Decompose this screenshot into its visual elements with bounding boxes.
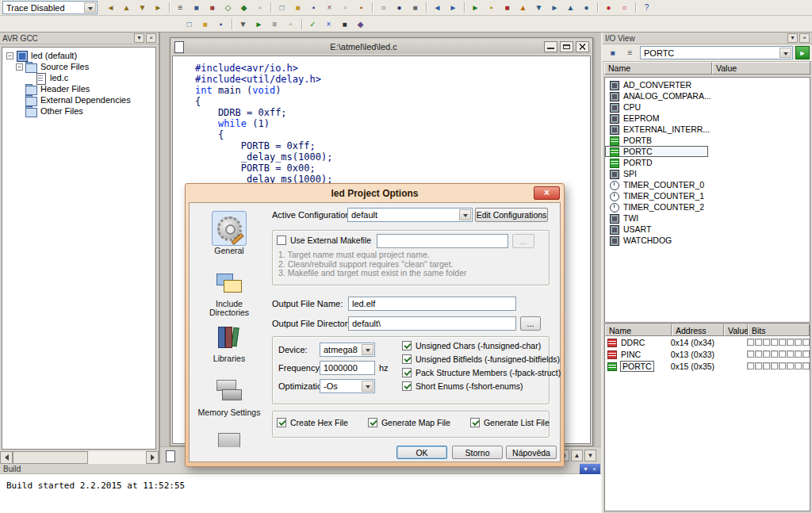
toolbar-icon[interactable] — [633, 1, 638, 14]
pane-close-icon[interactable]: × — [799, 33, 810, 43]
bit-checkbox[interactable] — [755, 350, 762, 358]
bit-checkbox[interactable] — [763, 350, 770, 358]
bit-checkbox[interactable] — [795, 350, 802, 358]
close-icon[interactable]: × — [534, 186, 560, 200]
column-value[interactable]: Value — [724, 324, 748, 336]
display-options-icon[interactable]: ≡ — [622, 46, 638, 59]
paste-icon[interactable]: ▪ — [354, 1, 369, 14]
toolbar-icon[interactable] — [229, 17, 235, 31]
trace-last-icon[interactable]: ► — [151, 1, 166, 14]
scroll-up-icon[interactable]: ▲ — [571, 450, 583, 461]
document-icon[interactable] — [165, 450, 174, 461]
io-tree-item[interactable]: SPI — [605, 168, 810, 179]
io-tree-item[interactable]: PORTD — [605, 157, 810, 168]
memory-window-icon[interactable]: ■ — [189, 1, 204, 14]
frequency-input[interactable]: 1000000 — [320, 361, 375, 375]
build-and-run-icon[interactable]: ► — [251, 17, 266, 31]
editor-titlebar[interactable]: E:\atmel\led\led.c — [172, 40, 591, 54]
project-tree-item[interactable]: Header Files — [5, 83, 155, 94]
help-icon[interactable]: ? — [639, 1, 654, 14]
disassembly-window-icon[interactable]: ≡ — [173, 1, 188, 14]
bit-checkbox[interactable] — [771, 339, 778, 346]
browse-makefile-button[interactable]: ... — [512, 234, 534, 248]
trace-next-icon[interactable]: ▼ — [135, 1, 150, 14]
scroll-left-icon[interactable] — [0, 451, 13, 464]
io-tree-item[interactable]: CPU — [605, 101, 810, 113]
bit-checkbox[interactable] — [802, 339, 810, 346]
bit-checkbox[interactable] — [779, 350, 786, 358]
compiler-flag-checkbox[interactable]: Short Enums (-fshort-enums) — [402, 381, 561, 391]
io-tree-item[interactable]: EEPROM — [605, 113, 810, 124]
dialog-titlebar[interactable]: led Project Options × — [189, 184, 561, 202]
debug-platform-icon[interactable]: ◆ — [353, 17, 368, 31]
stop-icon[interactable]: ■ — [500, 1, 515, 14]
bit-checkbox[interactable] — [795, 362, 802, 369]
copy-icon[interactable]: ▫ — [338, 1, 353, 14]
column-bits[interactable]: Bits — [748, 324, 810, 336]
close-button[interactable] — [576, 41, 589, 52]
step-out-icon[interactable]: ▲ — [563, 1, 578, 14]
compiler-flag-checkbox[interactable]: Pack Structure Members (-fpack-struct) — [402, 368, 561, 377]
avr-programmer-icon[interactable]: ■ — [337, 17, 352, 31]
column-name[interactable]: Name — [604, 62, 712, 75]
step-into-icon[interactable]: ▼ — [531, 1, 546, 14]
trace-mode-select[interactable]: Trace Disabled — [2, 1, 98, 14]
bit-checkbox[interactable] — [747, 339, 754, 346]
edit-configurations-button[interactable]: Edit Configurations — [475, 208, 548, 222]
undo-icon[interactable]: ◄ — [430, 1, 445, 14]
toolbar-icon[interactable] — [595, 1, 600, 14]
project-open-icon[interactable]: ■ — [197, 17, 213, 31]
project-save-icon[interactable]: ▪ — [213, 17, 228, 31]
toggle-breakpoint-icon[interactable]: ● — [601, 1, 616, 14]
compiler-flag-checkbox[interactable]: Unsigned Chars (-funsigned-char) — [402, 341, 561, 350]
help-button[interactable]: Nápověda — [506, 446, 557, 459]
go-icon[interactable]: ► — [795, 46, 810, 59]
bit-checkbox[interactable] — [787, 362, 794, 369]
pane-close-icon[interactable]: × — [591, 465, 598, 474]
compile-icon[interactable]: ✓ — [305, 17, 320, 31]
checkbox-icon[interactable] — [470, 418, 480, 427]
clean-icon[interactable]: ▫ — [283, 17, 298, 31]
bit-checkbox[interactable] — [763, 362, 770, 369]
chevron-down-icon[interactable] — [459, 209, 471, 220]
message-window-icon[interactable]: ▫ — [252, 1, 267, 14]
bit-checkbox[interactable] — [795, 339, 802, 346]
io-tree-item[interactable]: EXTERNAL_INTERR... — [605, 124, 810, 135]
dialog-category[interactable]: Include Directories — [196, 263, 262, 317]
pane-menu-icon[interactable]: ▾ — [582, 465, 589, 474]
project-tree-item[interactable]: External Dependencies — [5, 94, 155, 105]
device-select-icon[interactable]: ■ — [605, 46, 620, 59]
toolbar-icon[interactable] — [370, 1, 375, 14]
dialog-category[interactable]: Libraries — [196, 317, 262, 371]
bit-checkbox[interactable] — [755, 362, 762, 369]
new-file-icon[interactable]: □ — [274, 1, 289, 14]
toolbar-icon[interactable] — [462, 1, 467, 14]
register-window-icon[interactable]: ■ — [205, 1, 220, 14]
bit-checkbox[interactable] — [779, 362, 786, 369]
tree-expander-icon[interactable]: − — [6, 52, 13, 59]
use-external-makefile-checkbox[interactable]: Use External Makefile — [277, 235, 371, 245]
trace-prev-icon[interactable]: ▲ — [119, 1, 134, 14]
break-icon[interactable]: ▪ — [484, 1, 499, 14]
io-register-select[interactable]: PORTC — [640, 46, 793, 59]
clear-breakpoints-icon[interactable]: ○ — [617, 1, 632, 14]
io-tree-item[interactable]: TIMER_COUNTER_2 — [605, 201, 810, 212]
checkbox-icon[interactable] — [277, 418, 286, 427]
cancel-button[interactable]: Storno — [452, 446, 503, 459]
maximize-button[interactable] — [560, 41, 573, 52]
io-tree-item[interactable]: TIMER_COUNTER_1 — [605, 190, 810, 201]
scroll-right-icon[interactable] — [146, 451, 159, 464]
print-icon[interactable]: ■ — [408, 1, 423, 14]
project-tree-item[interactable]: − led (default) — [5, 50, 155, 61]
io-tree-item[interactable]: TWI — [605, 212, 810, 224]
browse-directory-button[interactable]: ... — [520, 316, 541, 331]
io-tree-item[interactable]: AD_CONVERTER — [605, 79, 810, 90]
tree-expander-icon[interactable]: − — [16, 63, 23, 71]
build-icon[interactable]: ▼ — [236, 17, 251, 31]
io-tree-item[interactable]: USART — [605, 224, 810, 235]
bit-checkbox[interactable] — [771, 362, 778, 369]
rebuild-all-icon[interactable]: ≡ — [267, 17, 282, 31]
column-address[interactable]: Address — [672, 324, 724, 336]
file-output-checkbox[interactable]: Generate List File — [470, 418, 550, 427]
bit-checkbox[interactable] — [802, 350, 810, 358]
